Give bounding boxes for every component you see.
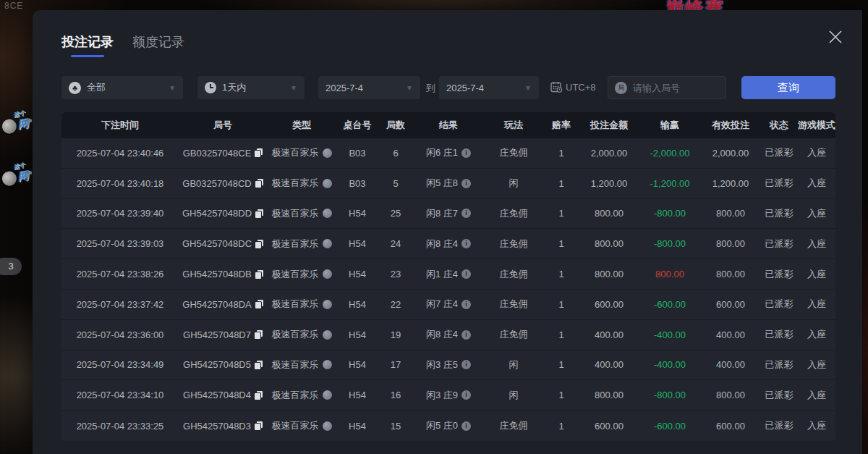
game-type-icon[interactable] [323, 239, 332, 248]
query-button[interactable]: 查询 [741, 76, 835, 99]
date-to-value: 2025-7-4 [446, 83, 484, 93]
tab-quota-records[interactable]: 额度记录 [132, 33, 184, 57]
cell-valid-bet: 1,200.00 [701, 178, 760, 189]
tab-betting-records[interactable]: 投注记录 [61, 33, 114, 57]
game-type-icon[interactable] [323, 148, 332, 158]
copy-icon[interactable] [255, 391, 263, 400]
time-range-dropdown[interactable]: 1天内 ▼ [197, 76, 305, 99]
cell-valid-bet: 400.00 [701, 329, 760, 340]
copy-icon[interactable] [255, 240, 263, 248]
timezone-label: UTC+8 [566, 82, 596, 93]
table-row: 2025-07-04 23:40:18 GB03257048CD 极速百家乐 B… [61, 169, 835, 199]
cell-status: 已派彩 [760, 389, 798, 402]
cell-win-loss: -2,000.00 [639, 148, 701, 159]
cell-game-id: GH54257048D3 [179, 421, 267, 432]
column-header: 下注时间 [61, 119, 179, 132]
result-info-icon[interactable]: i [461, 360, 471, 369]
result-info-icon[interactable]: i [461, 209, 471, 218]
cell-game-mode: 入座 [798, 268, 835, 281]
search-input[interactable] [633, 83, 719, 93]
cell-game-id: GH54257048D4 [179, 390, 267, 400]
cell-play-type: 闲 [484, 389, 543, 402]
cell-game-mode: 入座 [798, 419, 835, 432]
cell-game-id: GH54257048DC [179, 238, 267, 249]
cell-game-id: GH54257048DB [179, 269, 267, 279]
result-info-icon[interactable]: i [461, 269, 471, 279]
cell-bet-amount: 1,200.00 [579, 178, 639, 189]
cell-odds: 1 [543, 390, 579, 400]
cell-bet-amount: 400.00 [579, 329, 639, 340]
result-info-icon[interactable]: i [461, 390, 471, 400]
cell-bet-amount: 800.00 [579, 269, 639, 279]
sticker-face-icon [1, 170, 18, 187]
cell-odds: 1 [543, 178, 579, 189]
result-info-icon[interactable]: i [461, 300, 471, 309]
game-type-icon[interactable] [323, 209, 332, 218]
cell-play-type: 庄免佣 [484, 268, 543, 281]
game-id-search: 局 [608, 76, 726, 99]
result-info-icon[interactable]: i [461, 330, 471, 340]
cell-odds: 1 [543, 359, 579, 370]
cell-play-type: 闲 [484, 177, 543, 190]
copy-icon[interactable] [255, 300, 263, 308]
game-type-icon[interactable] [323, 179, 332, 188]
cell-bet-amount: 2,000.00 [579, 148, 639, 159]
cell-rounds: 17 [378, 359, 413, 370]
copy-icon[interactable] [255, 361, 263, 369]
cell-win-loss: -800.00 [639, 390, 701, 400]
chevron-down-icon: ▼ [169, 84, 176, 92]
to-label: 到 [426, 82, 435, 95]
result-info-icon[interactable]: i [461, 179, 471, 188]
cell-play-type: 庄免佣 [484, 419, 543, 432]
column-header: 状态 [760, 119, 798, 132]
cell-rounds: 24 [378, 238, 413, 249]
game-type-icon[interactable] [323, 360, 332, 369]
game-type-icon[interactable] [323, 300, 332, 309]
cell-bet-time: 2025-07-04 23:40:46 [61, 148, 179, 159]
cell-win-loss: -400.00 [639, 329, 701, 340]
copy-icon[interactable] [255, 330, 263, 339]
copy-icon[interactable] [255, 179, 263, 188]
cell-valid-bet: 600.00 [701, 299, 760, 310]
close-icon[interactable] [827, 29, 843, 45]
cell-game-mode: 入座 [798, 207, 835, 220]
copy-icon[interactable] [255, 421, 263, 430]
cell-valid-bet: 800.00 [701, 238, 760, 249]
club-icon: ♣ [69, 82, 81, 94]
date-from-dropdown[interactable]: 2025-7-4 ▼ [318, 76, 420, 99]
copy-icon[interactable] [255, 209, 263, 218]
cell-game-id: GB03257048CD [179, 178, 267, 189]
cell-result: 闲6 庄1i [413, 146, 484, 159]
result-info-icon[interactable]: i [461, 239, 471, 248]
game-type-icon[interactable] [323, 269, 332, 279]
cell-game-type: 极速百家乐 [267, 207, 336, 220]
category-dropdown[interactable]: ♣ 全部 ▼ [61, 76, 183, 99]
cell-table-no: B03 [336, 148, 378, 159]
column-header: 投注金额 [579, 119, 639, 132]
time-range-value: 1天内 [222, 81, 246, 94]
copy-icon[interactable] [255, 270, 263, 279]
copy-icon[interactable] [255, 148, 263, 157]
cell-odds: 1 [543, 421, 579, 432]
cell-result: 闲5 庄0i [413, 419, 484, 432]
cell-result: 闲3 庄9i [413, 389, 484, 402]
cell-game-type: 极速百家乐 [267, 298, 336, 311]
date-to-dropdown[interactable]: 2025-7-4 ▼ [439, 76, 539, 99]
cell-rounds: 15 [378, 421, 413, 432]
column-header: 局号 [179, 119, 267, 132]
calendar-clock-icon [550, 81, 563, 93]
game-type-icon[interactable] [323, 330, 332, 340]
filter-bar: ♣ 全部 ▼ 1天内 ▼ 2025-7-4 ▼ 到 2025-7-4 ▼ [33, 76, 862, 99]
result-info-icon[interactable]: i [461, 148, 471, 158]
game-type-icon[interactable] [323, 421, 332, 431]
table-row: 2025-07-04 23:40:46 GB03257048CE 极速百家乐 B… [61, 138, 835, 169]
cell-game-id: GH54257048DA [179, 299, 267, 310]
game-type-icon[interactable] [323, 390, 332, 400]
cell-game-type: 极速百家乐 [267, 146, 336, 159]
chat-sticker: 这个 网' [0, 160, 35, 187]
table-row: 2025-07-04 23:33:25 GH54257048D3 极速百家乐 H… [61, 411, 835, 441]
cell-play-type: 庄免佣 [484, 237, 543, 251]
result-info-icon[interactable]: i [461, 421, 471, 431]
cell-bet-time: 2025-07-04 23:34:10 [61, 390, 179, 400]
cell-status: 已派彩 [760, 177, 798, 190]
